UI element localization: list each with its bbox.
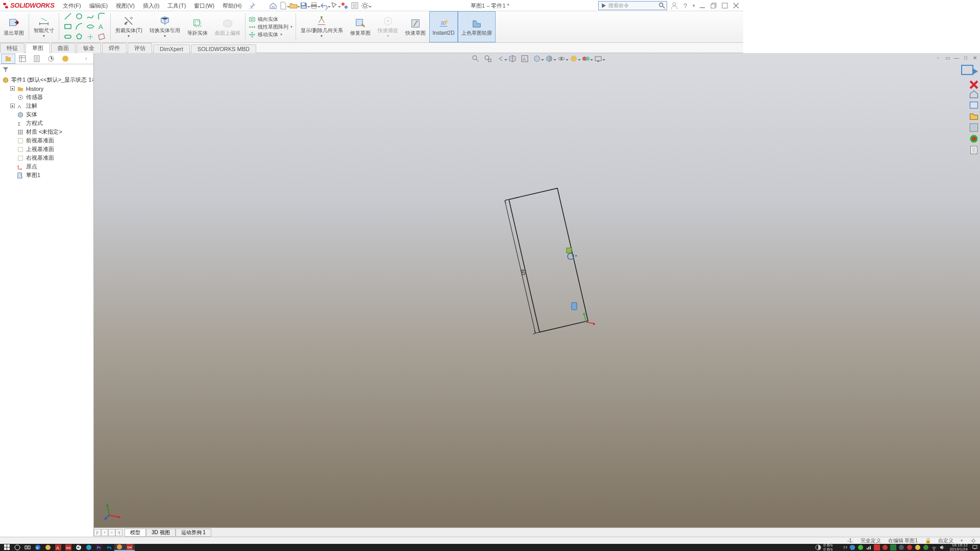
tab-sketch[interactable]: 草图 [26,43,50,53]
text-tool-icon[interactable]: A [97,22,106,31]
offset-button[interactable]: 等距实体 [184,11,211,42]
svg-point-34 [445,20,448,23]
tree-sensors[interactable]: 传感器 [0,93,93,102]
search-icon [658,2,666,9]
zoom-area-icon[interactable] [483,54,493,64]
scene-icon[interactable] [581,54,591,64]
svg-point-8 [363,4,366,7]
select-icon[interactable] [329,1,339,11]
circle-tool-icon[interactable] [75,12,84,21]
tab-dimxpert[interactable]: DimXpert [153,44,190,53]
config-tab-icon[interactable] [30,54,44,64]
tree-history[interactable]: ▸History [0,84,93,93]
polygon-tool-icon[interactable] [75,32,84,41]
dynamic-annotation-icon[interactable]: A [520,54,530,64]
slot-tool-icon[interactable] [63,32,72,41]
line-tool-icon[interactable] [63,12,72,21]
smart-dimension-button[interactable]: 智能尺寸▾ [30,11,58,42]
view-orientation-icon[interactable] [532,54,542,64]
tab-surfaces[interactable]: 曲面 [51,43,76,53]
minimize-icon[interactable] [698,2,706,10]
print-icon[interactable] [309,1,319,11]
repair-sketch-button[interactable]: 修复草图 [347,11,374,42]
search-input[interactable]: 搜索命令 [598,1,667,10]
section-view-icon[interactable] [507,54,518,64]
feature-tree[interactable]: 零件1 (默认<<默认>_显示状态 1>) ▸History 传感器 ▸A注解 … [0,74,93,416]
rapid-sketch-button[interactable]: 快速草图 [402,11,429,42]
tree-right-plane[interactable]: 右视基准面 [0,154,93,162]
home-icon[interactable] [268,1,278,11]
shaded-contour-button[interactable]: 上色草图轮廓 [458,11,496,42]
trim-button[interactable]: 剪裁实体(T)▾ [112,11,146,42]
tree-sketch1[interactable]: 草图1 [0,171,93,180]
save-icon[interactable] [299,1,309,11]
svg-point-38 [62,56,68,62]
tab-weldments[interactable]: 焊件 [102,43,127,53]
svg-rect-3 [312,3,316,5]
linear-pattern-button[interactable]: 线性草图阵列 ▾ [249,23,292,31]
graphics-area[interactable]: A ▫ ▭ — □ ✕ [94,53,743,416]
tree-equations[interactable]: Σ方程式 [0,119,93,128]
ellipse-tool-icon[interactable] [86,22,95,31]
sketch-geometry[interactable]: 60 [445,179,629,363]
dim-tab-icon[interactable] [44,54,58,64]
menu-window[interactable]: 窗口(W) [190,0,218,11]
exit-sketch-button[interactable]: 退出草图 [0,11,28,42]
feature-tree-tab-icon[interactable] [1,54,15,64]
mirror-button[interactable]: 镜向实体 [249,16,292,23]
display-relations-button[interactable]: 显示/删除几何关系▾ [297,11,347,42]
point-tool-icon[interactable] [86,32,95,41]
pin-icon[interactable] [248,2,256,10]
move-button[interactable]: 移动实体 ▾ [249,31,292,38]
menu-file[interactable]: 文件(F) [59,0,85,11]
tab-evaluate[interactable]: 评估 [128,43,152,53]
rectangle-tool-icon[interactable] [63,22,72,31]
help-icon[interactable]: ? [681,2,690,10]
tab-mbd[interactable]: SOLIDWORKS MBD [191,44,256,53]
svg-rect-57 [595,57,601,61]
instant2d-button[interactable]: 2D Instant2D [429,11,458,42]
tree-origin[interactable]: 原点 [0,162,93,171]
new-icon[interactable] [278,1,288,11]
user-icon[interactable] [670,2,678,10]
convert-entities-button[interactable]: 转换实体引用▾ [146,11,184,42]
menu-view[interactable]: 视图(V) [112,0,139,11]
open-icon[interactable] [288,1,299,11]
property-tab-icon[interactable] [15,54,30,64]
menu-tools[interactable]: 工具(T) [163,0,190,11]
dimension-label[interactable]: 60 [520,269,526,276]
maximize-icon[interactable] [721,2,729,10]
display-tab-icon[interactable] [58,54,72,64]
zoom-fit-icon[interactable] [471,54,481,64]
close-icon[interactable] [732,2,740,10]
tree-front-plane[interactable]: 前视基准面 [0,136,93,145]
menu-help[interactable]: 帮助(H) [218,0,246,11]
svg-point-6 [345,6,348,9]
tree-annotations[interactable]: ▸A注解 [0,102,93,110]
arc-tool-icon[interactable] [75,22,84,31]
previous-view-icon[interactable] [495,54,505,64]
view-settings-icon[interactable] [593,54,603,64]
appearance-icon[interactable] [569,54,579,64]
fillet-tool-icon[interactable] [97,12,106,21]
display-style-icon[interactable] [544,54,554,64]
spline-tool-icon[interactable] [86,12,95,21]
tree-root[interactable]: 零件1 (默认<<默认>_显示状态 1>) [0,76,93,84]
tree-material[interactable]: 材质 <未指定> [0,128,93,136]
tree-top-plane[interactable]: 上视基准面 [0,145,93,154]
menu-insert[interactable]: 插入(I) [139,0,163,11]
panel-expand-icon[interactable]: › [79,54,93,64]
tab-sheetmetal[interactable]: 钣金 [77,43,101,53]
undo-icon[interactable] [319,1,329,11]
options-list-icon[interactable] [350,1,360,11]
plane-tool-icon[interactable] [97,32,106,41]
restore-icon[interactable] [709,2,718,10]
filter-icon[interactable] [2,66,9,73]
rebuild-icon[interactable] [339,1,350,11]
menu-edit[interactable]: 编辑(E) [85,0,112,11]
hide-show-icon[interactable] [556,54,567,64]
tab-features[interactable]: 特征 [0,43,24,53]
svg-point-56 [585,57,590,61]
tree-solidbodies[interactable]: 实体 [0,110,93,119]
settings-icon[interactable] [360,1,370,11]
